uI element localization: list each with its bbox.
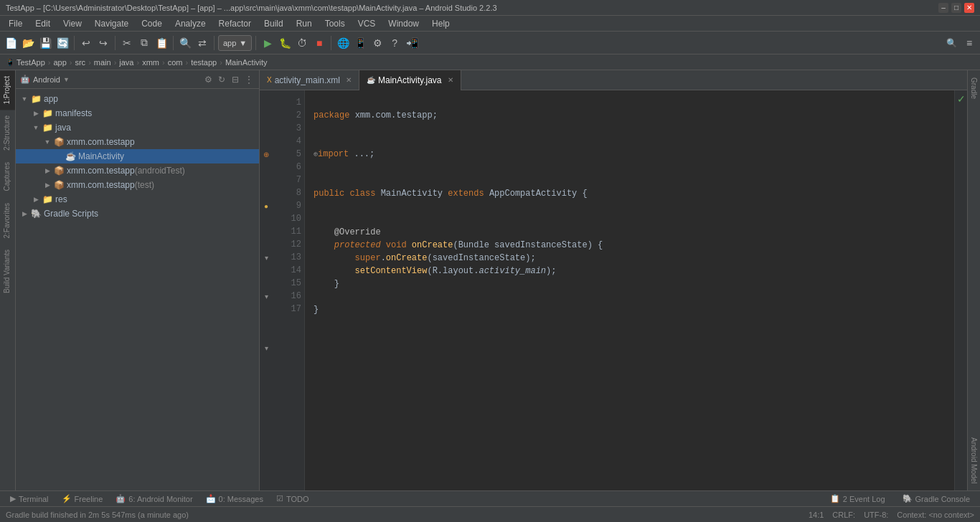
settings-cog-icon[interactable]: ⚙ <box>202 74 214 85</box>
redo-button[interactable]: ↪ <box>95 35 111 51</box>
bottom-tab-messages[interactable]: 📩 0: Messages <box>200 493 269 505</box>
breadcrumb-mainactivity[interactable]: MainActivity <box>225 58 268 67</box>
menu-run[interactable]: Run <box>291 17 318 30</box>
bottom-tab-terminal[interactable]: ▶ Terminal <box>4 493 55 505</box>
tree-item-mainactivity[interactable]: ▶ ☕ MainActivity <box>16 149 259 163</box>
gutter-15 <box>260 328 273 341</box>
undo-button[interactable]: ↩ <box>78 35 94 51</box>
sidebar-tab-favorites[interactable]: 2:Favorites <box>0 197 15 244</box>
device-manager[interactable]: 📲 <box>404 35 420 51</box>
close-button[interactable]: ✕ <box>964 3 974 13</box>
menu-help[interactable]: Help <box>426 17 456 30</box>
debug-button[interactable]: 🐛 <box>277 35 293 51</box>
tab-xml-close[interactable]: ✕ <box>346 76 352 84</box>
tree-item-package-test[interactable]: ▶ 📦 xmm.com.testapp (test) <box>16 178 259 192</box>
sidebar-tab-captures[interactable]: Captures <box>0 156 15 197</box>
menu-vcs[interactable]: VCS <box>352 17 382 30</box>
tree-label-package-androidtest: xmm.com.testapp <box>67 166 135 176</box>
breadcrumb-testapp[interactable]: 📱 TestApp <box>6 58 45 67</box>
menu-refactor[interactable]: Refactor <box>213 17 257 30</box>
menu-tools[interactable]: Tools <box>319 17 351 30</box>
tab-activity-xml[interactable]: X activity_main.xml ✕ <box>260 70 359 90</box>
tab-java-close[interactable]: ✕ <box>448 76 453 84</box>
breadcrumb-src[interactable]: src <box>75 58 85 67</box>
bc-label-app: app <box>53 58 66 67</box>
panel-dropdown[interactable]: ▼ <box>63 76 70 83</box>
bottom-tab-event-log[interactable]: 📋 2 Event Log <box>824 493 891 505</box>
stop-button[interactable]: ■ <box>311 35 327 51</box>
menu-code[interactable]: Code <box>136 17 168 30</box>
status-lineending[interactable]: CRLF: <box>832 511 855 519</box>
cut-button[interactable]: ✂ <box>119 35 135 51</box>
search-everywhere-button[interactable]: 🔍 <box>943 35 960 51</box>
collapse-icon[interactable]: ⊟ <box>230 74 241 85</box>
open-button[interactable]: 📂 <box>20 35 36 51</box>
tree-arrow-java: ▼ <box>30 124 42 131</box>
toolbar-extra[interactable]: ≡ <box>961 35 977 51</box>
gutter-6 <box>260 174 273 186</box>
menu-edit[interactable]: Edit <box>29 17 56 30</box>
tree-item-gradle-scripts[interactable]: ▶ 🐘 Gradle Scripts <box>16 207 259 221</box>
avd-manager-button[interactable]: 📱 <box>352 35 368 51</box>
settings-button[interactable]: ⚙ <box>369 35 385 51</box>
menu-analyze[interactable]: Analyze <box>169 17 212 30</box>
java-icon: ☕ <box>367 76 375 84</box>
tree-item-package-main[interactable]: ▼ 📦 xmm.com.testapp <box>16 135 259 149</box>
paste-button[interactable]: 📋 <box>154 35 169 51</box>
tree-label-manifests: manifests <box>55 108 92 118</box>
breadcrumb-java[interactable]: java <box>119 58 133 67</box>
find-button[interactable]: 🔍 <box>177 35 193 51</box>
android-model-tab[interactable]: Android Model <box>969 433 979 488</box>
package-icon-main: 📦 <box>53 136 65 148</box>
help-button[interactable]: ? <box>387 35 402 51</box>
status-encoding[interactable]: UTF-8: <box>864 511 888 519</box>
sync-button[interactable]: 🔄 <box>55 35 70 51</box>
profile-button[interactable]: ⏱ <box>294 35 310 51</box>
tree-label-res: res <box>55 194 67 204</box>
gear-icon[interactable]: ⋮ <box>243 74 255 85</box>
gradle-tab[interactable]: Gradle <box>969 73 979 103</box>
toolbar-sep-2 <box>115 36 116 50</box>
gutter-fold-oncreate[interactable]: ▾ <box>260 341 273 354</box>
code-line-16 <box>314 290 946 303</box>
status-position[interactable]: 14:1 <box>809 511 824 519</box>
replace-button[interactable]: ⇄ <box>194 35 210 51</box>
bottom-tab-freeline[interactable]: ⚡ Freeline <box>56 493 109 505</box>
tree-item-java[interactable]: ▼ 📁 java <box>16 120 259 135</box>
tab-mainactivity-java[interactable]: ☕ MainActivity.java ✕ <box>359 70 461 90</box>
maximize-button[interactable]: □ <box>951 3 961 13</box>
sidebar-tab-structure[interactable]: 2:Structure <box>0 110 15 156</box>
breadcrumb-app[interactable]: app <box>53 58 66 67</box>
tree-item-manifests[interactable]: ▶ 📁 manifests <box>16 106 259 120</box>
bottom-tab-gradle-console[interactable]: 🐘 Gradle Console <box>897 493 976 505</box>
minimize-button[interactable]: – <box>938 3 948 13</box>
menu-build[interactable]: Build <box>258 17 289 30</box>
sidebar-tab-buildvariants[interactable]: Build Variants <box>0 244 15 299</box>
menu-file[interactable]: File <box>3 17 28 30</box>
tree-item-app[interactable]: ▼ 📁 app <box>16 92 259 106</box>
breadcrumb-main[interactable]: main <box>94 58 111 67</box>
breadcrumb-testapp2[interactable]: testapp <box>191 58 217 67</box>
menu-navigate[interactable]: Navigate <box>89 17 134 30</box>
tree-item-package-androidtest[interactable]: ▶ 📦 xmm.com.testapp (androidTest) <box>16 163 259 178</box>
gutter: ⊕ ● ▾ ▾ ▾ <box>260 90 273 490</box>
breadcrumb-xmm[interactable]: xmm <box>142 58 159 67</box>
menu-window[interactable]: Window <box>382 17 425 30</box>
code-content[interactable]: package xmm.com.testapp; ⊕import ...; pu… <box>305 90 954 490</box>
gutter-fold-class[interactable]: ▾ <box>260 251 273 264</box>
sync-icon[interactable]: ↻ <box>216 74 227 85</box>
sidebar-tab-project[interactable]: 1:Project <box>0 70 15 110</box>
breadcrumb-com[interactable]: com <box>168 58 183 67</box>
gutter-fold-import[interactable]: ⊕ <box>260 148 273 161</box>
save-all-button[interactable]: 💾 <box>37 35 53 51</box>
copy-button[interactable]: ⧉ <box>136 35 152 51</box>
run-button[interactable]: ▶ <box>260 35 275 51</box>
app-selector[interactable]: app ▼ <box>218 35 252 51</box>
new-file-button[interactable]: 📄 <box>3 35 19 51</box>
sdk-manager-button[interactable]: 🌐 <box>335 35 351 51</box>
tree-item-res[interactable]: ▶ 📁 res <box>16 192 259 207</box>
gutter-fold-method[interactable]: ▾ <box>260 290 273 303</box>
bottom-tab-android-monitor[interactable]: 🤖 6: Android Monitor <box>110 493 198 505</box>
menu-view[interactable]: View <box>57 17 88 30</box>
bottom-tab-todo[interactable]: ☑ TODO <box>270 493 315 505</box>
